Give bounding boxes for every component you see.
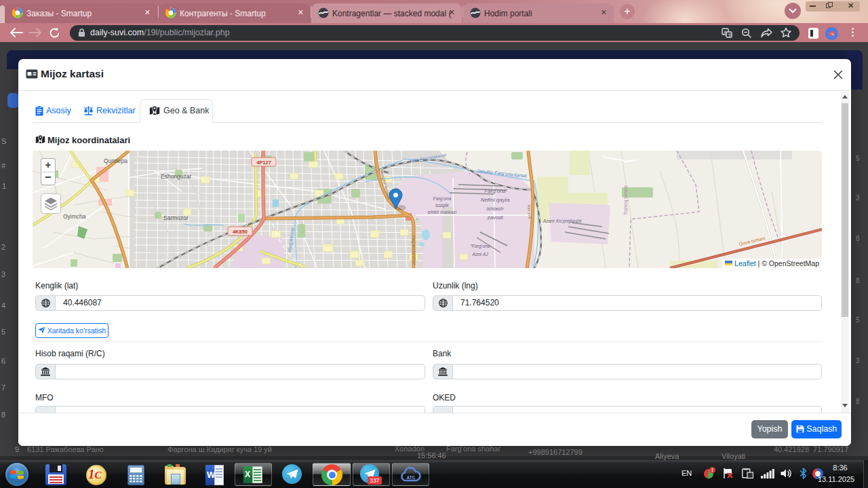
svg-text:Eshonguzar: Eshonguzar: [161, 173, 192, 180]
svg-text:Oyimcha: Oyimcha: [63, 213, 86, 220]
svg-text:Azam Koʻpriqboshi: Azam Koʻpriqboshi: [542, 219, 582, 224]
svg-text:zavodi: zavodi: [486, 214, 502, 221]
svg-text:4P127: 4P127: [256, 159, 271, 166]
svg-text:Azot AJ: Azot AJ: [471, 252, 488, 257]
svg-text:issiqlik: issiqlik: [435, 203, 450, 208]
svg-text:ATC: ATC: [407, 475, 416, 480]
svg-text:Fargʻona: Fargʻona: [433, 196, 452, 202]
svg-text:Neftni qayta: Neftni qayta: [481, 197, 510, 203]
svg-text:Sarmozor: Sarmozor: [163, 214, 189, 221]
svg-text:“Fargʻona: “Fargʻona: [470, 244, 490, 249]
svg-text:elektr markazi: elektr markazi: [428, 210, 457, 214]
svg-text:文: 文: [728, 33, 732, 37]
svg-text:ishlash: ishlash: [487, 206, 504, 212]
svg-text:Qumtepa: Qumtepa: [104, 157, 127, 164]
svg-text:Fargʻona: Fargʻona: [484, 188, 506, 194]
svg-text:4K850: 4K850: [233, 229, 248, 235]
svg-text:Toshloq tumani: Toshloq tumani: [623, 185, 629, 215]
